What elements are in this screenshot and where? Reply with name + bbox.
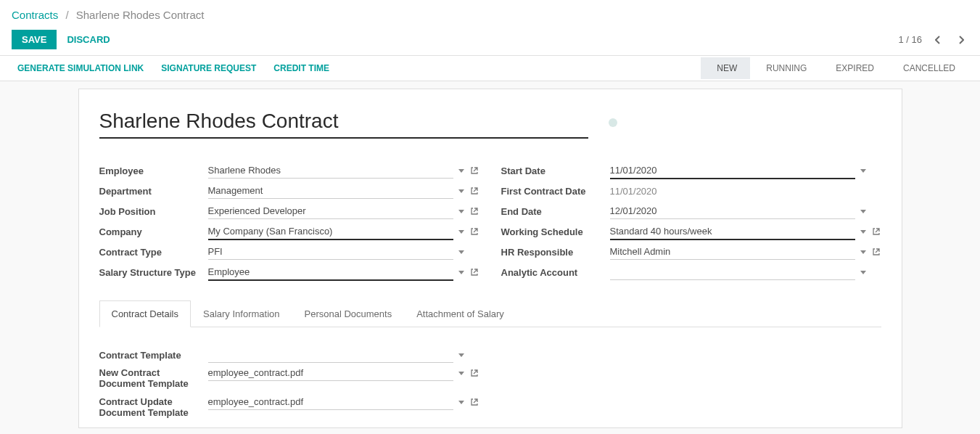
generate-simulation-link-button[interactable]: GENERATE SIMULATION LINK	[17, 63, 144, 73]
update-contract-template-input[interactable]	[208, 394, 453, 410]
field-start-date: Start Date	[501, 160, 881, 181]
state-running[interactable]: RUNNING	[750, 57, 820, 79]
label-contract-template: Contract Template	[99, 350, 208, 361]
breadcrumb-current: Sharlene Rhodes Contract	[76, 9, 205, 21]
job-position-input[interactable]	[208, 203, 453, 219]
new-contract-template-caret[interactable]	[458, 372, 465, 375]
chevron-left-icon	[935, 36, 941, 44]
label-update-contract-template: Contract Update Document Template	[99, 394, 208, 418]
label-employee: Employee	[99, 165, 208, 176]
label-analytic-account: Analytic Account	[501, 267, 610, 278]
company-external-link[interactable]	[469, 227, 479, 236]
pager-prev[interactable]	[931, 33, 945, 47]
save-button[interactable]: SAVE	[12, 30, 57, 49]
hr-responsible-external-link[interactable]	[871, 247, 881, 256]
end-date-caret[interactable]	[860, 210, 867, 213]
contract-type-input[interactable]	[208, 244, 453, 260]
company-caret[interactable]	[458, 230, 465, 234]
tab-attachment-of-salary[interactable]: Attachment of Salary	[404, 300, 516, 327]
label-start-date: Start Date	[501, 165, 610, 176]
caret-down-icon	[458, 189, 464, 193]
contract-template-input[interactable]	[208, 347, 453, 363]
first-contract-date-value: 11/01/2020	[610, 184, 657, 199]
pager: 1 / 16	[898, 33, 968, 47]
field-hr-responsible: HR Responsible	[501, 242, 881, 262]
salary-structure-input[interactable]	[208, 264, 453, 281]
field-company: Company	[99, 221, 479, 242]
new-contract-template-input[interactable]	[208, 365, 453, 381]
label-company: Company	[99, 226, 208, 237]
hr-responsible-caret[interactable]	[860, 250, 867, 254]
label-working-schedule: Working Schedule	[501, 226, 610, 237]
field-salary-structure: Salary Structure Type	[99, 262, 479, 282]
department-external-link[interactable]	[469, 187, 479, 195]
breadcrumb-parent[interactable]: Contracts	[12, 9, 58, 21]
left-column: Employee Department	[99, 160, 479, 282]
pager-next[interactable]	[954, 33, 968, 47]
label-salary-structure: Salary Structure Type	[99, 267, 208, 278]
tab-salary-information[interactable]: Salary Information	[191, 300, 292, 327]
employee-external-link[interactable]	[469, 166, 479, 175]
form-columns: Employee Department	[99, 160, 881, 282]
field-new-contract-template: New Contract Document Template	[99, 365, 479, 394]
analytic-account-input[interactable]	[610, 264, 855, 280]
company-input[interactable]	[208, 224, 453, 240]
label-end-date: End Date	[501, 206, 610, 217]
discard-button[interactable]: DISCARD	[67, 34, 110, 45]
state-expired[interactable]: EXPIRED	[820, 57, 887, 79]
analytic-account-caret[interactable]	[860, 271, 867, 274]
job-position-caret[interactable]	[458, 210, 465, 213]
label-contract-type: Contract Type	[99, 247, 208, 258]
working-schedule-caret[interactable]	[860, 230, 867, 234]
contract-type-caret[interactable]	[458, 250, 465, 254]
working-schedule-external-link[interactable]	[871, 227, 881, 236]
chevron-right-icon	[958, 36, 964, 44]
department-caret[interactable]	[458, 189, 465, 193]
label-hr-responsible: HR Responsible	[501, 247, 610, 258]
tab-contract-details[interactable]: Contract Details	[99, 300, 191, 327]
topbar: Contracts / Sharlene Rhodes Contract SAV…	[0, 0, 980, 55]
state-new[interactable]: NEW	[701, 57, 750, 79]
tab-content: Contract Template New Contract Document …	[99, 327, 881, 423]
start-date-input[interactable]	[610, 163, 855, 179]
label-department: Department	[99, 186, 208, 197]
signature-request-button[interactable]: SIGNATURE REQUEST	[161, 63, 256, 73]
field-department: Department	[99, 181, 479, 201]
credit-time-button[interactable]: CREDIT TIME	[273, 63, 329, 73]
employee-input[interactable]	[208, 163, 453, 179]
caret-down-icon	[458, 210, 464, 213]
external-link-icon	[470, 227, 479, 236]
caret-down-icon	[458, 372, 464, 375]
new-contract-template-external-link[interactable]	[469, 369, 479, 377]
update-contract-template-external-link[interactable]	[469, 398, 479, 406]
external-link-icon	[872, 227, 881, 236]
working-schedule-input[interactable]	[610, 224, 855, 240]
salary-structure-caret[interactable]	[458, 271, 465, 274]
state-cancelled[interactable]: CANCELLED	[887, 57, 968, 79]
caret-down-icon	[458, 230, 464, 234]
salary-structure-external-link[interactable]	[469, 268, 479, 277]
job-position-external-link[interactable]	[469, 207, 479, 216]
tab-personal-documents[interactable]: Personal Documents	[292, 300, 404, 327]
action-bar-left: SAVE DISCARD	[12, 30, 110, 49]
contract-name-input[interactable]	[99, 107, 588, 139]
field-working-schedule: Working Schedule	[501, 221, 881, 242]
department-input[interactable]	[208, 183, 453, 199]
update-contract-template-caret[interactable]	[458, 401, 465, 404]
content-area: Employee Department	[0, 81, 980, 428]
caret-down-icon	[860, 169, 866, 173]
employee-caret[interactable]	[458, 169, 465, 173]
breadcrumb-sep: /	[65, 9, 68, 21]
end-date-input[interactable]	[610, 203, 855, 219]
start-date-caret[interactable]	[860, 169, 867, 173]
caret-down-icon	[860, 230, 866, 234]
status-states: NEW RUNNING EXPIRED CANCELLED	[701, 57, 968, 79]
external-link-icon	[470, 207, 479, 216]
status-bar: GENERATE SIMULATION LINK SIGNATURE REQUE…	[0, 55, 980, 81]
action-bar: SAVE DISCARD 1 / 16	[12, 30, 968, 49]
hr-responsible-input[interactable]	[610, 244, 855, 260]
contract-template-caret[interactable]	[458, 353, 465, 357]
caret-down-icon	[458, 271, 464, 274]
external-link-icon	[470, 369, 479, 377]
kanban-state-dot[interactable]	[609, 118, 617, 127]
